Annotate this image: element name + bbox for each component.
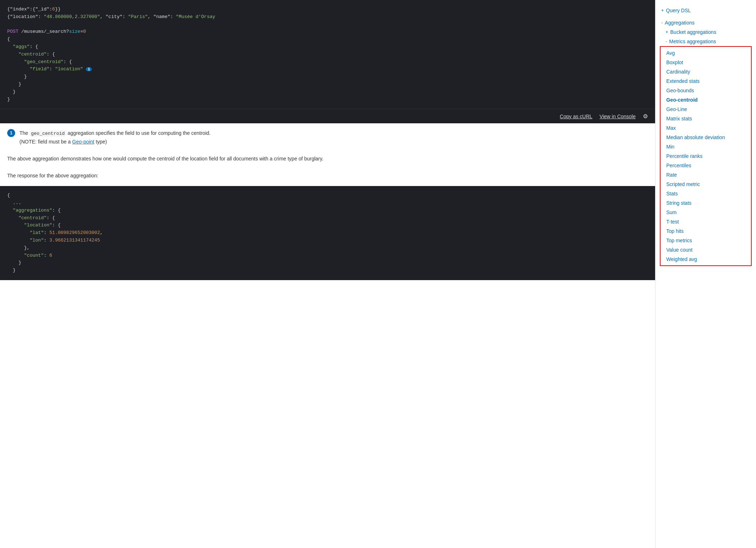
view-console-button[interactable]: View in Console [600, 114, 636, 119]
code-line: } [7, 96, 648, 103]
sidebar-item-median-absolute-deviation[interactable]: Median absolute deviation [661, 133, 751, 142]
code-line: "aggs": { [7, 43, 648, 51]
sidebar-item-cardinality[interactable]: Cardinality [661, 67, 751, 76]
sidebar-item-min[interactable]: Min [661, 142, 751, 151]
copy-curl-button[interactable]: Copy as cURL [560, 114, 592, 119]
sidebar-label-metrics-aggregations: Metrics aggregations [669, 39, 716, 44]
body-paragraph-2: The response for the above aggregation: [0, 169, 655, 186]
sidebar: + Query DSL - Aggregations + Bucket aggr… [655, 0, 756, 548]
sidebar-section-query-dsl: + Query DSL [655, 4, 756, 17]
sidebar-item-sum[interactable]: Sum [661, 208, 751, 217]
sidebar-label-aggregations: Aggregations [665, 20, 695, 26]
sidebar-item-scripted-metric[interactable]: Scripted metric [661, 180, 751, 189]
sidebar-section-aggregations: - Aggregations + Bucket aggregations - M… [655, 17, 756, 268]
sidebar-item-geo-centroid[interactable]: Geo-centroid [661, 95, 751, 105]
sidebar-item-max[interactable]: Max [661, 123, 751, 133]
code-line: ... [7, 199, 648, 207]
sidebar-item-metrics-aggregations[interactable]: - Metrics aggregations [655, 37, 756, 46]
code-line: "field": "location" 1 [7, 66, 648, 73]
sidebar-item-weighted-avg[interactable]: Weighted avg [661, 255, 751, 264]
sidebar-item-percentiles[interactable]: Percentiles [661, 161, 751, 170]
sidebar-item-extended-stats[interactable]: Extended stats [661, 76, 751, 86]
code-line: } [7, 81, 648, 88]
gear-icon[interactable]: ⚙ [643, 113, 648, 120]
sidebar-item-bucket-aggregations[interactable]: + Bucket aggregations [655, 27, 756, 37]
code-line: POST /museums/_search?size=0 [7, 28, 648, 36]
sidebar-item-geo-line[interactable]: Geo-Line [661, 105, 751, 114]
sidebar-item-boxplot[interactable]: Boxplot [661, 58, 751, 67]
sidebar-item-string-stats[interactable]: String stats [661, 198, 751, 208]
annotation-badge: 1 [7, 129, 15, 137]
code-line: } [7, 267, 648, 274]
body-paragraph-1: The above aggregation demonstrates how o… [0, 152, 655, 169]
code-line: "centroid": { [7, 215, 648, 222]
geo-point-link[interactable]: Geo-point [72, 139, 94, 145]
code-line: {"index":{"_id":6}} [7, 6, 648, 13]
expand-icon-query-dsl: + [661, 8, 664, 13]
code-line: "centroid": { [7, 51, 648, 58]
sidebar-item-top-metrics[interactable]: Top metrics [661, 236, 751, 245]
code-line: "location": { [7, 222, 648, 229]
code-line: "geo_centroid": { [7, 58, 648, 66]
annotation-code: geo_centroid [30, 131, 66, 137]
main-content: {"index":{"_id":6}} {"location": "48.860… [0, 0, 655, 548]
sidebar-item-t-test[interactable]: T-test [661, 217, 751, 226]
code-line: {"location": "48.860000,2.327000", "city… [7, 13, 648, 21]
sidebar-item-value-count[interactable]: Value count [661, 245, 751, 255]
code-line: } [7, 88, 648, 96]
code-block-bottom: { ... "aggregations": { "centroid": { "l… [0, 186, 655, 280]
sidebar-label-query-dsl: Query DSL [666, 8, 691, 13]
code-line: "lon": 3.9662131341174245 [7, 237, 648, 244]
annotation-text: The geo_centroid aggregation specifies t… [19, 129, 210, 146]
code-block-top: {"index":{"_id":6}} {"location": "48.860… [0, 0, 655, 109]
code-line: "aggregations": { [7, 207, 648, 215]
sidebar-item-stats[interactable]: Stats [661, 189, 751, 198]
annotation-text-before: The [19, 130, 30, 136]
code-line: "count": 6 [7, 252, 648, 260]
sidebar-item-percentile-ranks[interactable]: Percentile ranks [661, 151, 751, 161]
code-line: "lat": 51.009829652003002, [7, 229, 648, 237]
sidebar-item-avg[interactable]: Avg [661, 48, 751, 58]
sidebar-item-geo-bounds[interactable]: Geo-bounds [661, 86, 751, 95]
expand-icon-aggregations: - [661, 20, 663, 25]
annotation-note-end: type) [94, 139, 107, 145]
code-line: }, [7, 244, 648, 252]
metrics-aggregations-box: Avg Boxplot Cardinality Extended stats G… [660, 46, 752, 266]
sidebar-item-aggregations[interactable]: - Aggregations [655, 18, 756, 27]
code-line: { [7, 36, 648, 43]
sidebar-item-query-dsl[interactable]: + Query DSL [655, 6, 756, 15]
code-toolbar: Copy as cURL View in Console ⚙ [0, 109, 655, 123]
sidebar-item-top-hits[interactable]: Top hits [661, 226, 751, 236]
annotation-section: 1 The geo_centroid aggregation specifies… [0, 123, 655, 151]
sidebar-item-matrix-stats[interactable]: Matrix stats [661, 114, 751, 123]
code-line: } [7, 73, 648, 81]
code-line: } [7, 259, 648, 267]
code-line: { [7, 192, 648, 199]
expand-icon-bucket: + [666, 30, 668, 35]
expand-icon-metrics: - [666, 39, 667, 44]
sidebar-item-rate[interactable]: Rate [661, 170, 751, 180]
sidebar-label-bucket-aggregations: Bucket aggregations [670, 29, 716, 35]
